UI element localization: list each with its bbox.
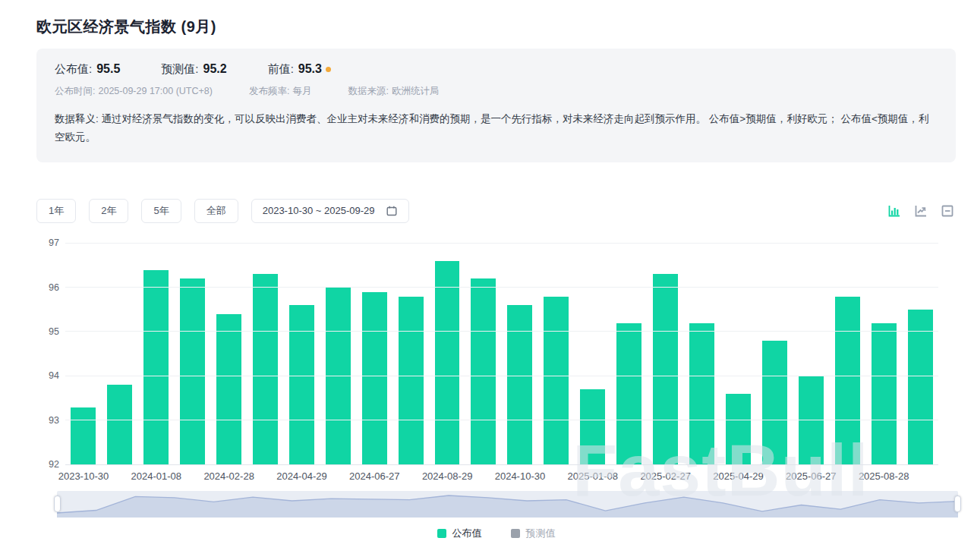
chart-controls: 1年 2年 5年 全部 2023-10-30 ~ 2025-09-29 [36,199,956,223]
bar[interactable] [326,288,351,465]
chart: 929394959697 2023-10-302024-01-082024-02… [36,244,956,540]
stat-label: 预测值: [161,62,198,77]
bar[interactable] [216,314,241,465]
y-axis-label: 95 [30,327,59,337]
range-button-2y[interactable]: 2年 [89,199,128,223]
stat-value: 95.2 [203,62,226,76]
chart-legend: 公布值预测值 [36,527,956,540]
x-axis-label: 2024-01-08 [131,470,182,482]
legend-label: 公布值 [452,527,482,540]
page-title: 欧元区经济景气指数 (9月) [36,17,956,37]
x-axis-label: 2025-01-08 [568,470,619,482]
gridline [65,331,938,332]
bars [65,244,938,465]
calendar-icon [386,205,398,217]
x-axis-label: 2024-02-28 [203,470,254,482]
x-axis-label: 2025-04-29 [713,470,764,482]
x-axis-label: 2025-02-27 [640,470,691,482]
bar[interactable] [544,297,569,465]
plot-area: 929394959697 [65,244,938,465]
date-range-value: 2023-10-30 ~ 2025-09-29 [263,205,375,216]
bar[interactable] [580,389,605,464]
bar[interactable] [835,297,860,465]
bar[interactable] [143,270,169,465]
meta-row: 公布时间:2025-09-29 17:00 (UTC+8) 发布频率:每月 数据… [55,85,938,98]
bar[interactable] [507,305,532,464]
x-axis-label: 2024-06-27 [349,470,400,482]
x-axis-label: 2024-08-29 [422,470,473,482]
range-button-1y[interactable]: 1年 [36,199,76,223]
bar[interactable] [908,310,933,464]
y-axis-label: 93 [30,416,59,426]
y-axis-label: 96 [30,283,59,293]
legend-swatch [437,529,446,538]
navigator-right-handle[interactable] [954,496,961,512]
bar[interactable] [71,407,96,465]
meta-frequency: 发布频率:每月 [249,85,311,98]
bar[interactable] [107,385,132,464]
data-zoom-navigator[interactable] [57,491,958,518]
bar[interactable] [362,292,387,465]
bar[interactable] [872,323,897,465]
navigator-sparkline [57,491,958,518]
x-axis-label: 2024-04-29 [276,470,327,482]
navigator-left-handle[interactable] [54,496,61,512]
stat-value: 95.5 [96,62,120,76]
page: 欧元区经济景气指数 (9月) 公布值: 95.5 预测值: 95.2 前值: 9… [0,0,974,540]
gridline [65,376,938,376]
range-button-5y[interactable]: 5年 [141,199,181,223]
stat-label: 公布值: [55,62,92,77]
stat-forecast: 预测值: 95.2 [161,62,226,77]
legend-item-预测值[interactable]: 预测值 [511,527,556,540]
stat-previous: 前值: 95.3 [268,62,331,77]
gridline [65,420,938,420]
bar[interactable] [726,394,751,464]
meta-source: 数据来源:欧洲统计局 [348,85,439,98]
previous-value-dot-icon [326,67,331,72]
bar[interactable] [435,261,460,465]
x-axis-label: 2025-08-28 [859,470,909,482]
legend-label: 预测值 [526,527,556,540]
legend-item-公布值[interactable]: 公布值 [437,527,482,540]
bar[interactable] [253,274,278,464]
chart-type-switcher [886,203,956,219]
bar[interactable] [180,278,205,464]
table-view-icon[interactable] [939,203,956,219]
meta-publish-time: 公布时间:2025-09-29 17:00 (UTC+8) [55,85,213,98]
bar[interactable] [289,305,314,464]
bar[interactable] [689,323,714,465]
bar[interactable] [653,274,678,464]
line-chart-icon[interactable] [913,203,929,219]
bar-chart-icon[interactable] [886,203,903,219]
y-axis-label: 92 [30,460,59,470]
gridline [65,243,938,244]
y-axis-label: 94 [30,372,59,382]
gridline [65,287,938,288]
x-axis-label: 2023-10-30 [58,470,109,482]
x-axis: 2023-10-302024-01-082024-02-282024-04-29… [65,465,938,483]
date-range-picker[interactable]: 2023-10-30 ~ 2025-09-29 [251,199,409,223]
bar[interactable] [471,278,496,464]
stat-label: 前值: [268,62,294,77]
summary-card: 公布值: 95.5 预测值: 95.2 前值: 95.3 公布时间:2025-0… [36,49,956,162]
y-axis-label: 97 [30,238,59,248]
indicator-description: 数据释义: 通过对经济景气指数的变化，可以反映出消费者、企业主对未来经济和消费的… [55,110,938,147]
range-button-all[interactable]: 全部 [194,199,238,223]
x-axis-label: 2025-06-27 [786,470,837,482]
stats-row: 公布值: 95.5 预测值: 95.2 前值: 95.3 [55,62,938,77]
bar[interactable] [762,341,787,465]
bar[interactable] [616,323,641,465]
legend-swatch [511,529,520,538]
stat-published: 公布值: 95.5 [55,62,120,77]
stat-value: 95.3 [298,62,322,76]
bar[interactable] [399,297,424,465]
x-axis-label: 2024-10-30 [495,470,546,482]
